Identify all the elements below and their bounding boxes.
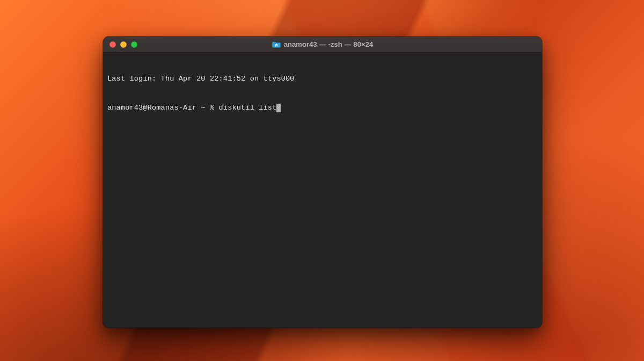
cursor [276,104,281,112]
close-button[interactable] [109,41,116,48]
shell-prompt: anamor43@Romanas-Air ~ % [107,103,219,113]
home-folder-icon [272,41,281,48]
traffic-lights [109,41,137,48]
zoom-button[interactable] [131,41,137,48]
window-title: anamor43 — -zsh — 80×24 [284,40,374,48]
terminal-window: anamor43 — -zsh — 80×24 Last login: Thu … [103,37,542,328]
prompt-line[interactable]: anamor43@Romanas-Air ~ % diskutil list [107,103,538,113]
typed-command: diskutil list [219,103,277,113]
last-login-line: Last login: Thu Apr 20 22:41:52 on ttys0… [107,74,295,84]
minimize-button[interactable] [120,41,127,48]
terminal-body[interactable]: Last login: Thu Apr 20 22:41:52 on ttys0… [103,53,542,134]
window-titlebar[interactable]: anamor43 — -zsh — 80×24 [103,37,542,53]
